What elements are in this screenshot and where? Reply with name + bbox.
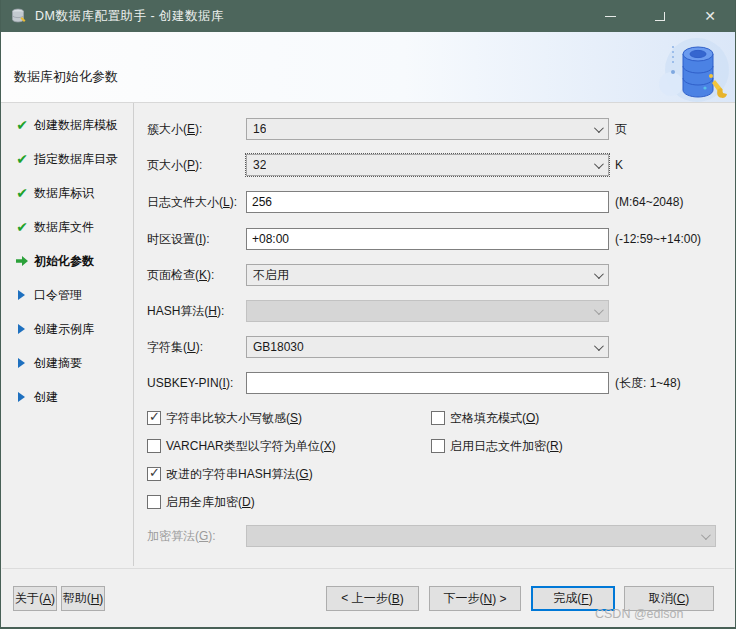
init-params-form: 簇大小(E): 16 页 页大小(P): 32 K 日志文件大小(L): (M:… — [1, 103, 735, 566]
timezone-label: 时区设置(I): — [147, 228, 210, 250]
wizard-body: ✔ 创建数据库模板 ✔ 指定数据库目录 ✔ 数据库标识 ✔ 数据库文件 初始化参… — [1, 103, 735, 566]
cluster-size-label: 簇大小(E): — [147, 118, 202, 140]
checkbox-varchar-char-unit[interactable]: ✓ VARCHAR类型以字符为单位(X) — [147, 438, 336, 454]
charset-value: GB18030 — [253, 340, 304, 354]
page-size-select[interactable]: 32 — [246, 154, 609, 176]
checkbox-space-padding[interactable]: ✓ 空格填充模式(O) — [431, 410, 539, 426]
close-icon: ✕ — [704, 9, 716, 23]
encrypt-algorithm-label: 加密算法(G): — [147, 525, 216, 547]
page-check-value: 不启用 — [253, 267, 289, 284]
page-size-unit: K — [615, 154, 623, 176]
chevron-down-icon — [701, 530, 711, 540]
chevron-down-icon — [594, 341, 604, 351]
back-button[interactable]: < 上一步(B) — [326, 586, 419, 611]
help-button[interactable]: 帮助(H) — [61, 586, 105, 611]
page-title: 数据库初始化参数 — [14, 68, 118, 86]
close-button[interactable]: ✕ — [685, 0, 735, 32]
chevron-down-icon — [594, 123, 604, 133]
chevron-down-icon — [594, 305, 604, 315]
database-illustration-icon — [635, 32, 735, 102]
log-file-size-input[interactable] — [246, 191, 609, 213]
hash-algorithm-select — [246, 300, 609, 322]
checkbox-label: 启用全库加密(D) — [166, 494, 255, 511]
wizard-header: 数据库初始化参数 — [1, 32, 735, 103]
checkbox-log-file-encryption[interactable]: ✓ 启用日志文件加密(R) — [431, 438, 563, 454]
app-database-icon — [10, 7, 28, 25]
usbkey-pin-label: USBKEY-PIN(I): — [147, 372, 233, 394]
checkbox-icon: ✓ — [147, 495, 161, 509]
cluster-size-unit: 页 — [615, 118, 627, 140]
about-button[interactable]: 关于(A) — [13, 586, 57, 611]
usbkey-pin-input[interactable] — [246, 372, 609, 394]
page-check-select[interactable]: 不启用 — [246, 264, 609, 286]
page-size-value: 32 — [253, 158, 266, 172]
checkbox-icon: ✓ — [147, 411, 161, 425]
checkbox-label: 字符串比较大小写敏感(S) — [166, 410, 302, 427]
checkbox-improved-hash[interactable]: ✓ 改进的字符串HASH算法(G) — [147, 466, 313, 482]
hash-algorithm-label: HASH算法(H): — [147, 300, 224, 322]
checkbox-case-sensitive[interactable]: ✓ 字符串比较大小写敏感(S) — [147, 410, 302, 426]
charset-label: 字符集(U): — [147, 336, 203, 358]
checkbox-label: VARCHAR类型以字符为单位(X) — [166, 438, 336, 455]
checkbox-icon: ✓ — [147, 467, 161, 481]
log-file-size-label: 日志文件大小(L): — [147, 191, 237, 213]
checkbox-label: 空格填充模式(O) — [450, 410, 539, 427]
checkbox-full-db-encryption[interactable]: ✓ 启用全库加密(D) — [147, 494, 255, 510]
watermark: CSDN @edison — [595, 607, 683, 621]
footer-divider — [2, 568, 734, 569]
page-size-label: 页大小(P): — [147, 154, 202, 176]
next-button[interactable]: 下一步(N) > — [429, 586, 521, 611]
log-file-size-range: (M:64~2048) — [615, 191, 683, 213]
minimize-button[interactable] — [585, 0, 635, 32]
checkbox-label: 启用日志文件加密(R) — [450, 438, 563, 455]
checkbox-icon: ✓ — [431, 411, 445, 425]
page-check-label: 页面检查(K): — [147, 264, 214, 286]
charset-select[interactable]: GB18030 — [246, 336, 609, 358]
chevron-down-icon — [594, 269, 604, 279]
dialog-window: DM数据库配置助手 - 创建数据库 ✕ 数据库初始化参数 — [0, 0, 736, 629]
timezone-input[interactable] — [246, 228, 609, 250]
usbkey-pin-range: (长度: 1~48) — [615, 372, 681, 394]
timezone-range: (-12:59~+14:00) — [615, 228, 701, 250]
restore-icon — [655, 12, 665, 21]
chevron-down-icon — [594, 159, 604, 169]
checkbox-icon: ✓ — [147, 439, 161, 453]
cluster-size-value: 16 — [253, 122, 266, 136]
restore-button[interactable] — [635, 0, 685, 32]
window-title: DM数据库配置助手 - 创建数据库 — [35, 8, 224, 25]
cluster-size-select[interactable]: 16 — [246, 118, 609, 140]
checkbox-label: 改进的字符串HASH算法(G) — [166, 466, 313, 483]
encrypt-algorithm-select — [246, 525, 716, 547]
title-bar: DM数据库配置助手 - 创建数据库 ✕ — [1, 0, 735, 32]
minimize-icon — [605, 16, 616, 17]
checkbox-icon: ✓ — [431, 439, 445, 453]
